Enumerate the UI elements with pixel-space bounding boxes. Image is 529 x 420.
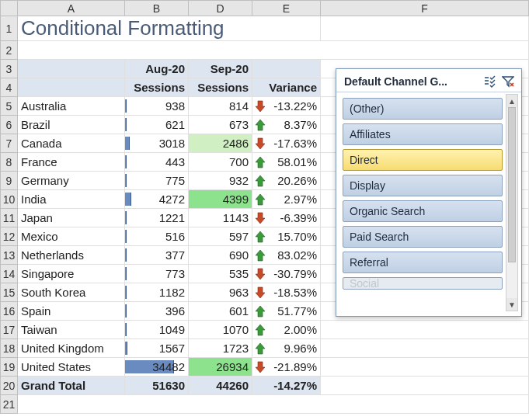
hdr-aug[interactable]: Aug-20 — [125, 60, 189, 78]
slicer-item[interactable]: (Other) — [343, 98, 503, 120]
variance-cell[interactable]: -13.22% — [252, 97, 321, 116]
grand-total-label[interactable]: Grand Total — [18, 377, 125, 395]
sep-sessions-cell[interactable]: 700 — [189, 153, 252, 172]
slicer-item[interactable]: Social — [343, 277, 503, 290]
slicer-header[interactable]: Default Channel G... — [336, 69, 521, 92]
hdr-sep-sessions[interactable]: Sessions — [189, 78, 252, 97]
aug-sessions-cell[interactable]: 938 — [125, 97, 189, 116]
variance-cell[interactable]: 2.00% — [252, 321, 321, 339]
aug-sessions-cell[interactable]: 443 — [125, 153, 189, 172]
country-cell[interactable]: Canada — [18, 134, 125, 153]
row-header-10[interactable]: 10 — [1, 190, 18, 209]
grand-total-var[interactable]: -14.27% — [252, 377, 321, 395]
row-header-3[interactable]: 3 — [1, 60, 18, 78]
country-cell[interactable]: Spain — [18, 302, 125, 321]
variance-cell[interactable]: 83.02% — [252, 246, 321, 265]
country-cell[interactable]: Taiwan — [18, 321, 125, 339]
row-header-14[interactable]: 14 — [1, 265, 18, 283]
row-header-17[interactable]: 17 — [1, 321, 18, 339]
country-cell[interactable]: United Kingdom — [18, 339, 125, 358]
col-header-B[interactable]: B — [125, 1, 189, 16]
row-header-6[interactable]: 6 — [1, 116, 18, 134]
aug-sessions-cell[interactable]: 1049 — [125, 321, 189, 339]
row-header-16[interactable]: 16 — [1, 302, 18, 321]
sep-sessions-cell[interactable]: 4399 — [189, 190, 252, 209]
variance-cell[interactable]: 20.26% — [252, 172, 321, 190]
sep-sessions-cell[interactable]: 690 — [189, 246, 252, 265]
grand-total-aug[interactable]: 51630 — [125, 377, 189, 395]
sep-sessions-cell[interactable]: 2486 — [189, 134, 252, 153]
slicer-item[interactable]: Direct — [343, 149, 503, 171]
aug-sessions-cell[interactable]: 516 — [125, 227, 189, 246]
sep-sessions-cell[interactable]: 963 — [189, 283, 252, 302]
row-header-5[interactable]: 5 — [1, 97, 18, 116]
row-header-18[interactable]: 18 — [1, 339, 18, 358]
row-header-9[interactable]: 9 — [1, 172, 18, 190]
slicer-item[interactable]: Display — [343, 175, 503, 196]
sep-sessions-cell[interactable]: 1723 — [189, 339, 252, 358]
scroll-up-icon[interactable]: ▲ — [506, 95, 517, 107]
hdr-aug-sessions[interactable]: Sessions — [125, 78, 189, 97]
scroll-down-icon[interactable]: ▼ — [506, 298, 517, 311]
country-cell[interactable]: Germany — [18, 172, 125, 190]
row-header-11[interactable]: 11 — [1, 209, 18, 227]
row-header-15[interactable]: 15 — [1, 283, 18, 302]
aug-sessions-cell[interactable]: 34482 — [125, 358, 189, 377]
variance-cell[interactable]: -6.39% — [252, 209, 321, 227]
variance-cell[interactable]: 2.97% — [252, 190, 321, 209]
aug-sessions-cell[interactable]: 4272 — [125, 190, 189, 209]
sep-sessions-cell[interactable]: 932 — [189, 172, 252, 190]
country-cell[interactable]: South Korea — [18, 283, 125, 302]
row-header-20[interactable]: 20 — [1, 377, 18, 395]
row-header-2[interactable]: 2 — [1, 41, 18, 60]
country-cell[interactable]: India — [18, 190, 125, 209]
sep-sessions-cell[interactable]: 1143 — [189, 209, 252, 227]
sep-sessions-cell[interactable]: 597 — [189, 227, 252, 246]
variance-cell[interactable]: -30.79% — [252, 265, 321, 283]
hdr-sep[interactable]: Sep-20 — [189, 60, 252, 78]
sep-sessions-cell[interactable]: 26934 — [189, 358, 252, 377]
variance-cell[interactable]: 51.77% — [252, 302, 321, 321]
sep-sessions-cell[interactable]: 814 — [189, 97, 252, 116]
row-header-21[interactable]: 21 — [1, 395, 18, 414]
slicer-item[interactable]: Referral — [343, 252, 503, 273]
slicer-item[interactable]: Paid Search — [343, 226, 503, 248]
row-header-19[interactable]: 19 — [1, 358, 18, 377]
aug-sessions-cell[interactable]: 3018 — [125, 134, 189, 153]
aug-sessions-cell[interactable]: 773 — [125, 265, 189, 283]
variance-cell[interactable]: 15.70% — [252, 227, 321, 246]
aug-sessions-cell[interactable]: 621 — [125, 116, 189, 134]
sep-sessions-cell[interactable]: 673 — [189, 116, 252, 134]
sep-sessions-cell[interactable]: 535 — [189, 265, 252, 283]
variance-cell[interactable]: 9.96% — [252, 339, 321, 358]
row-header-1[interactable]: 1 — [1, 16, 18, 41]
variance-cell[interactable]: -17.63% — [252, 134, 321, 153]
slicer-item[interactable]: Organic Search — [343, 200, 503, 222]
country-cell[interactable]: France — [18, 153, 125, 172]
page-title[interactable]: Conditional Formatting — [18, 16, 321, 41]
row-header-4[interactable]: 4 — [1, 78, 18, 97]
row-header-12[interactable]: 12 — [1, 227, 18, 246]
country-cell[interactable]: Netherlands — [18, 246, 125, 265]
slicer-panel[interactable]: Default Channel G... (Other)AffiliatesDi… — [336, 68, 522, 317]
row-header-8[interactable]: 8 — [1, 153, 18, 172]
row-header-13[interactable]: 13 — [1, 246, 18, 265]
variance-cell[interactable]: -18.53% — [252, 283, 321, 302]
variance-cell[interactable]: -21.89% — [252, 358, 321, 377]
country-cell[interactable]: Japan — [18, 209, 125, 227]
aug-sessions-cell[interactable]: 1182 — [125, 283, 189, 302]
country-cell[interactable]: Mexico — [18, 227, 125, 246]
variance-cell[interactable]: 8.37% — [252, 116, 321, 134]
country-cell[interactable]: Australia — [18, 97, 125, 116]
variance-cell[interactable]: 58.01% — [252, 153, 321, 172]
hdr-variance[interactable]: Variance — [252, 78, 321, 97]
grand-total-sep[interactable]: 44260 — [189, 377, 252, 395]
aug-sessions-cell[interactable]: 775 — [125, 172, 189, 190]
aug-sessions-cell[interactable]: 377 — [125, 246, 189, 265]
country-cell[interactable]: United States — [18, 358, 125, 377]
clear-filter-icon[interactable] — [499, 73, 517, 90]
multi-select-icon[interactable] — [481, 73, 498, 90]
col-header-F[interactable]: F — [321, 1, 529, 16]
sep-sessions-cell[interactable]: 601 — [189, 302, 252, 321]
row-header-7[interactable]: 7 — [1, 134, 18, 153]
